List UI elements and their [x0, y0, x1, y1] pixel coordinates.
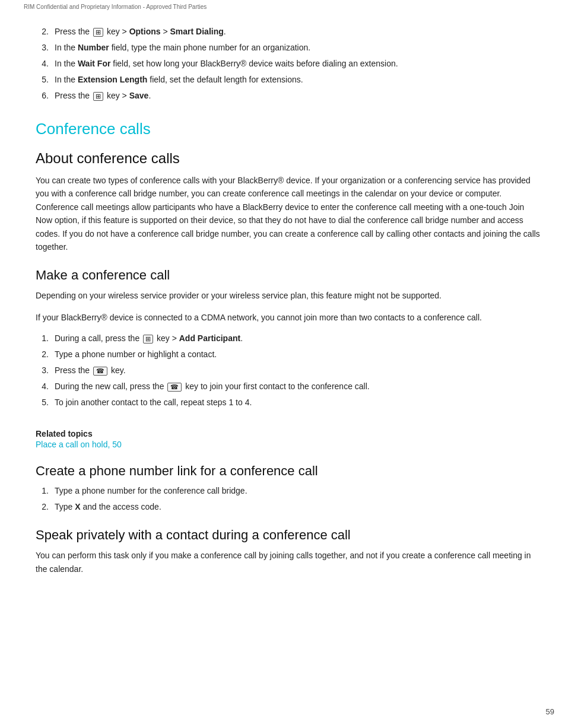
related-topics-block: Related topics Place a call on hold, 50 — [36, 429, 542, 449]
make-note1: Depending on your wireless service provi… — [36, 289, 542, 302]
step-number: 3. — [36, 364, 49, 377]
list-item: 2. Press the ⊞ key > Options > Smart Dia… — [36, 26, 542, 38]
header-text: RIM Confidential and Proprietary Informa… — [24, 4, 207, 10]
make-section-title: Make a conference call — [36, 268, 542, 283]
list-item: 2. Type X and the access code. — [36, 501, 542, 513]
step-number: 2. — [36, 348, 49, 361]
intro-steps-list: 2. Press the ⊞ key > Options > Smart Dia… — [36, 26, 542, 102]
menu-icon: ⊞ — [93, 92, 103, 101]
about-section-title: About conference calls — [36, 150, 542, 167]
step-number: 4. — [36, 58, 49, 70]
step-number: 6. — [36, 90, 49, 102]
step-text: In the Wait For field, set how long your… — [55, 58, 398, 70]
speak-section-body: You can perform this task only if you ma… — [36, 549, 542, 576]
conference-calls-title: Conference calls — [36, 120, 542, 138]
related-topics-label: Related topics — [36, 429, 542, 438]
list-item: 3. In the Number field, type the main ph… — [36, 42, 542, 54]
list-item: 1. During a call, press the ⊞ key > Add … — [36, 332, 542, 345]
page-number: 59 — [546, 707, 554, 716]
menu-icon: ⊞ — [143, 335, 153, 344]
step-number: 2. — [36, 501, 49, 513]
make-note2: If your BlackBerry® device is connected … — [36, 311, 542, 324]
step-text: Press the ⊞ key > Save. — [55, 90, 151, 102]
step-text: Type a phone number for the conference c… — [55, 485, 247, 497]
step-number: 1. — [36, 332, 49, 345]
list-item: 5. In the Extension Length field, set th… — [36, 74, 542, 86]
step-text: In the Number field, type the main phone… — [55, 42, 310, 54]
step-text: In the Extension Length field, set the d… — [55, 74, 303, 86]
step-text: Type X and the access code. — [55, 501, 161, 513]
page-header: RIM Confidential and Proprietary Informa… — [0, 0, 578, 14]
related-link[interactable]: Place a call on hold, 50 — [36, 440, 122, 449]
make-steps-list: 1. During a call, press the ⊞ key > Add … — [36, 332, 542, 409]
step-text: During a call, press the ⊞ key > Add Par… — [55, 332, 243, 345]
list-item: 1. Type a phone number for the conferenc… — [36, 485, 542, 497]
step-number: 5. — [36, 74, 49, 86]
step-number: 4. — [36, 380, 49, 393]
create-steps-list: 1. Type a phone number for the conferenc… — [36, 485, 542, 513]
step-number: 5. — [36, 396, 49, 409]
step-number: 2. — [36, 26, 49, 38]
list-item: 4. During the new call, press the ☎ key … — [36, 380, 542, 393]
list-item: 5. To join another contact to the call, … — [36, 396, 542, 409]
phone-icon: ☎ — [93, 367, 107, 376]
step-text: During the new call, press the ☎ key to … — [55, 380, 370, 393]
list-item: 6. Press the ⊞ key > Save. — [36, 90, 542, 102]
list-item: 3. Press the ☎ key. — [36, 364, 542, 377]
step-text: Press the ☎ key. — [55, 364, 126, 377]
list-item: 4. In the Wait For field, set how long y… — [36, 58, 542, 70]
step-text: Press the ⊞ key > Options > Smart Dialin… — [55, 26, 226, 38]
list-item: 2. Type a phone number or highlight a co… — [36, 348, 542, 361]
step-text: Type a phone number or highlight a conta… — [55, 348, 217, 361]
step-text: To join another contact to the call, rep… — [55, 396, 252, 409]
step-number: 1. — [36, 485, 49, 497]
step-number: 3. — [36, 42, 49, 54]
about-section-body: You can create two types of conference c… — [36, 174, 542, 253]
menu-icon: ⊞ — [93, 28, 103, 37]
phone-icon: ☎ — [167, 383, 182, 392]
speak-section-title: Speak privately with a contact during a … — [36, 527, 542, 543]
create-section-title: Create a phone number link for a confere… — [36, 463, 542, 479]
